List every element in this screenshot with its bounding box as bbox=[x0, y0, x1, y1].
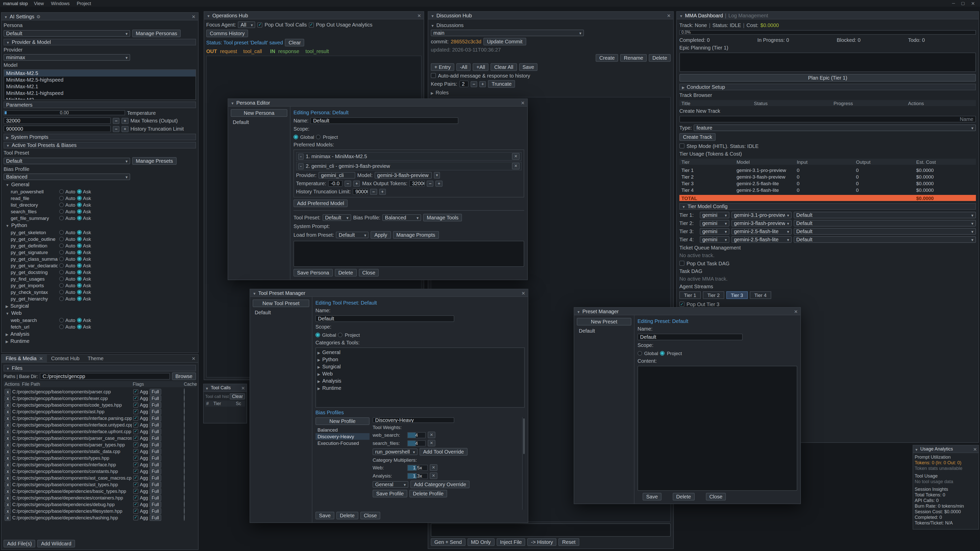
remove-file-button[interactable]: x bbox=[5, 415, 11, 421]
close-dialog-button[interactable]: Close bbox=[360, 512, 380, 519]
stream-tab[interactable]: Tier 2 bbox=[703, 291, 724, 299]
manage-tools-button[interactable]: Manage Tools bbox=[423, 214, 462, 221]
comms-history-button[interactable]: Comms History bbox=[206, 30, 248, 37]
cache-indicator[interactable] bbox=[184, 421, 185, 428]
model-option[interactable]: MiniMax-M2 bbox=[4, 97, 196, 100]
chevron-right-icon[interactable] bbox=[431, 89, 434, 95]
remove-file-button[interactable]: x bbox=[5, 468, 11, 474]
scope-global-radio[interactable] bbox=[293, 135, 298, 139]
cache-indicator[interactable] bbox=[184, 514, 185, 521]
tab-mma-dashboard[interactable]: MMA Dashboard bbox=[685, 13, 723, 18]
model-option[interactable]: MiniMax-M2.1-highspeed bbox=[4, 90, 196, 97]
chevron-down-icon[interactable] bbox=[4, 14, 8, 19]
temperature-slider[interactable]: 0.00 bbox=[3, 110, 125, 115]
gear-icon[interactable] bbox=[37, 14, 41, 19]
tier-model-select[interactable]: gemini-2.5-flash-lite bbox=[732, 228, 792, 235]
ask-radio[interactable] bbox=[77, 189, 81, 194]
col-title[interactable]: Title bbox=[679, 100, 754, 106]
agg-checkbox[interactable] bbox=[133, 389, 138, 394]
provider-select[interactable]: gemini_cli bbox=[318, 172, 355, 179]
tool-group-general[interactable]: General bbox=[3, 182, 196, 187]
ask-radio[interactable] bbox=[77, 216, 81, 221]
scope-global-radio[interactable] bbox=[315, 332, 320, 337]
delete-preset-button[interactable]: Delete bbox=[673, 493, 695, 500]
remove-file-button[interactable]: x bbox=[5, 389, 11, 395]
plus-icon[interactable] bbox=[479, 81, 486, 87]
cache-indicator[interactable] bbox=[184, 395, 185, 402]
pop-out-usage-checkbox[interactable] bbox=[309, 22, 314, 27]
col-tier[interactable]: Tier bbox=[213, 401, 234, 406]
full-button[interactable]: Full bbox=[150, 462, 161, 468]
tool-group-surgical[interactable]: Surgical bbox=[3, 303, 196, 309]
tab-log-management[interactable]: Log Management bbox=[729, 13, 768, 18]
tool-group-analysis[interactable]: Analysis bbox=[3, 331, 196, 337]
persona-name-input[interactable]: Default bbox=[310, 118, 458, 124]
ask-radio[interactable] bbox=[77, 290, 81, 294]
agg-checkbox[interactable] bbox=[133, 402, 138, 407]
save-persona-button[interactable]: Save Persona bbox=[293, 269, 333, 276]
remove-file-button[interactable]: x bbox=[5, 402, 11, 408]
model-option[interactable]: MiniMax-M2.5-highspeed bbox=[4, 76, 196, 83]
cache-indicator[interactable] bbox=[184, 501, 185, 508]
remove-file-button[interactable]: x bbox=[5, 501, 11, 507]
tool-preset-name-input[interactable]: Default bbox=[315, 315, 454, 322]
remove-weight-icon[interactable] bbox=[428, 432, 435, 438]
cache-indicator[interactable] bbox=[184, 475, 185, 481]
multiplier-drag-value[interactable]: 1.5x bbox=[407, 465, 428, 471]
cache-indicator[interactable] bbox=[184, 402, 185, 408]
full-button[interactable]: Full bbox=[150, 508, 161, 514]
minus-icon[interactable] bbox=[113, 118, 120, 124]
auto-radio[interactable] bbox=[59, 237, 64, 241]
remove-file-button[interactable]: x bbox=[5, 455, 11, 461]
full-button[interactable]: Full bbox=[150, 402, 161, 408]
cache-indicator[interactable] bbox=[184, 461, 185, 468]
scrollbar-thumb[interactable] bbox=[523, 418, 525, 454]
agg-checkbox[interactable] bbox=[133, 462, 138, 467]
cache-indicator[interactable] bbox=[184, 454, 185, 461]
chevron-down-icon[interactable] bbox=[431, 13, 434, 18]
reorder-handle[interactable]: - bbox=[298, 153, 304, 159]
agg-checkbox[interactable] bbox=[133, 502, 138, 507]
tool-preset-select[interactable]: Default bbox=[3, 158, 130, 164]
close-icon[interactable] bbox=[522, 290, 525, 295]
conductor-setup-section[interactable]: Conductor Setup bbox=[679, 84, 976, 90]
to-history-button[interactable]: -> History bbox=[528, 538, 557, 546]
ask-radio[interactable] bbox=[77, 243, 81, 248]
pop-out-tier3-checkbox[interactable] bbox=[679, 302, 684, 306]
add-preferred-model-button[interactable]: Add Preferred Model bbox=[293, 200, 348, 207]
agg-checkbox[interactable] bbox=[133, 429, 138, 434]
full-button[interactable]: Full bbox=[150, 422, 161, 428]
tool-override-select[interactable]: run_powershell bbox=[372, 448, 417, 455]
remove-file-button[interactable]: x bbox=[5, 428, 11, 434]
step-mode-checkbox[interactable] bbox=[679, 143, 684, 148]
ask-radio[interactable] bbox=[77, 324, 81, 329]
scope-global-radio[interactable] bbox=[638, 351, 642, 355]
provider-select[interactable]: minimax bbox=[3, 54, 130, 61]
agg-checkbox[interactable] bbox=[133, 508, 138, 513]
tool-group-python[interactable]: Python bbox=[3, 222, 196, 228]
legend-tool-result[interactable]: tool_result bbox=[305, 48, 329, 54]
tier-model-select[interactable]: gemini-2.5-flash-lite bbox=[732, 236, 792, 243]
cache-indicator[interactable] bbox=[184, 428, 185, 435]
auto-radio[interactable] bbox=[59, 189, 64, 194]
agg-checkbox[interactable] bbox=[133, 422, 138, 427]
focus-agent-select[interactable]: All bbox=[238, 21, 256, 28]
delete-tool-preset-button[interactable]: Delete bbox=[336, 512, 358, 519]
plus-icon[interactable] bbox=[436, 180, 442, 186]
tier-model-config-section[interactable]: Tier Model Config bbox=[679, 203, 976, 210]
bias-profile-item[interactable]: Execution-Focused bbox=[315, 440, 369, 446]
max-tokens-input[interactable]: 32000 bbox=[3, 118, 111, 124]
load-preset-select[interactable]: Default bbox=[336, 232, 369, 238]
auto-radio[interactable] bbox=[59, 283, 64, 288]
category-node[interactable]: General bbox=[318, 349, 523, 355]
model-select[interactable]: gemini-3-flash-preview bbox=[375, 172, 432, 179]
delete-discussion-button[interactable]: Delete bbox=[649, 54, 671, 62]
full-button[interactable]: Full bbox=[150, 514, 161, 521]
reset-button[interactable]: Reset bbox=[558, 538, 579, 546]
pop-out-tool-calls-checkbox[interactable] bbox=[258, 22, 262, 27]
track-name-input[interactable]: Name bbox=[679, 116, 976, 122]
model-option[interactable]: MiniMax-M2.5 bbox=[4, 70, 196, 76]
tab-files-media[interactable]: Files & Media bbox=[2, 354, 47, 362]
cache-indicator[interactable] bbox=[184, 448, 185, 454]
provider-model-section[interactable]: Provider & Model bbox=[3, 39, 196, 45]
